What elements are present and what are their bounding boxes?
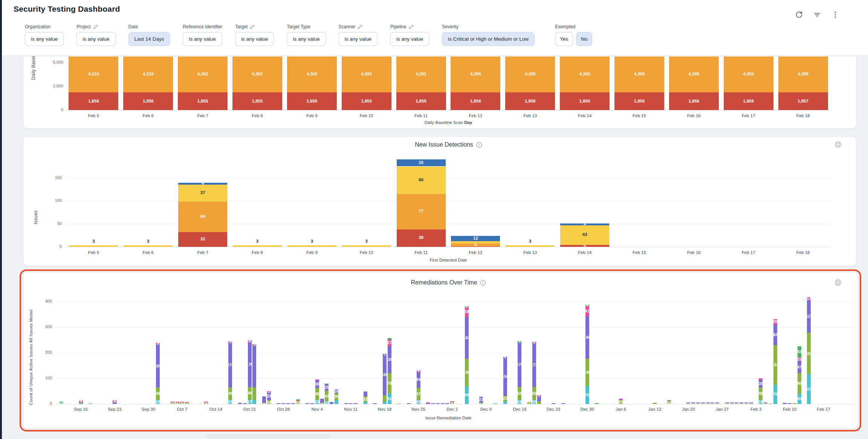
bar-segment-olive[interactable] — [320, 403, 324, 404]
bar-segment-purple[interactable] — [773, 324, 777, 346]
bar-segment-purple[interactable] — [730, 402, 734, 403]
bar-segment-purple[interactable] — [277, 403, 280, 404]
filter-value-pill[interactable]: is any value — [235, 32, 274, 46]
bar-segment-orange[interactable] — [669, 57, 719, 92]
bar-segment-purple[interactable] — [320, 399, 324, 402]
bar-segment-olive[interactable] — [185, 403, 189, 404]
bar-segment-low[interactable] — [178, 183, 227, 185]
bar-segment-critical[interactable] — [397, 229, 446, 247]
bar-segment-red[interactable] — [178, 92, 228, 110]
bar-segment-olive[interactable] — [450, 402, 454, 404]
bar-segment-olive[interactable] — [585, 359, 589, 386]
bar-segment-red[interactable] — [69, 92, 118, 110]
bar-segment-high[interactable] — [397, 194, 446, 229]
bar-segment-pink[interactable] — [759, 378, 763, 380]
filter-icon[interactable] — [812, 10, 822, 20]
bar-segment-pink[interactable] — [798, 357, 801, 361]
bar-segment-green[interactable] — [494, 404, 497, 404]
bar-segment-pink[interactable] — [180, 402, 184, 402]
filter-value-pill[interactable]: is any value — [339, 32, 377, 46]
bar-segment-olive[interactable] — [296, 401, 300, 404]
bar-segment-olive[interactable] — [503, 396, 507, 401]
bar-segment-purple[interactable] — [248, 342, 252, 387]
bar-segment-orange[interactable] — [778, 57, 828, 92]
bar-segment-olive[interactable] — [744, 404, 748, 404]
bar-segment-teal[interactable] — [585, 386, 589, 404]
info-icon[interactable]: i — [480, 280, 486, 286]
bar-segment-pink[interactable] — [807, 297, 811, 300]
info-icon[interactable]: i — [476, 142, 482, 148]
bar-segment-olive[interactable] — [267, 400, 271, 404]
bar-segment-olive[interactable] — [527, 402, 531, 404]
bar-segment-pink[interactable] — [383, 354, 387, 355]
bar-segment-teal[interactable] — [388, 393, 391, 404]
bar-segment-purple[interactable] — [518, 342, 521, 387]
bar-segment-teal[interactable] — [518, 400, 521, 404]
bar-segment-green[interactable] — [518, 341, 521, 342]
bar-segment-purple[interactable] — [243, 403, 247, 404]
bar-segment-purple[interactable] — [706, 402, 710, 403]
bar-segment-teal[interactable] — [417, 400, 420, 404]
bar-segment-medium[interactable] — [233, 245, 282, 247]
bar-segment-orange[interactable] — [287, 57, 337, 92]
bar-segment-low[interactable] — [560, 223, 609, 225]
bar-segment-pink[interactable] — [248, 340, 252, 342]
bar-segment-purple[interactable] — [364, 392, 367, 396]
bar-segment-purple[interactable] — [417, 372, 420, 388]
bar-segment-olive[interactable] — [807, 333, 811, 374]
bar-segment-red[interactable] — [451, 92, 500, 110]
bar-segment-red[interactable] — [614, 92, 664, 110]
exempted-option-yes[interactable]: Yes — [555, 32, 573, 46]
bar-segment-purple[interactable] — [696, 402, 700, 403]
bar-segment-green[interactable] — [79, 403, 83, 404]
bar-segment-pink[interactable] — [532, 342, 536, 343]
bar-segment-purple[interactable] — [798, 361, 801, 373]
bar-segment-red[interactable] — [287, 92, 337, 110]
bar-segment-pink[interactable] — [426, 402, 430, 403]
bar-segment-olive[interactable] — [696, 404, 700, 404]
bar-segment-teal[interactable] — [773, 385, 777, 404]
bar-segment-orange[interactable] — [123, 57, 173, 92]
bar-segment-purple[interactable] — [335, 389, 338, 393]
bar-segment-olive[interactable] — [764, 404, 767, 404]
bar-segment-olive[interactable] — [667, 401, 671, 404]
bar-segment-teal[interactable] — [383, 402, 387, 404]
bar-segment-orange[interactable] — [505, 57, 555, 92]
bar-segment-green[interactable] — [89, 404, 92, 404]
bar-segment-olive[interactable] — [730, 404, 734, 404]
bar-segment-green[interactable] — [296, 399, 300, 400]
bar-segment-purple[interactable] — [740, 402, 743, 403]
bar-segment-purple[interactable] — [619, 399, 623, 400]
bar-segment-pink[interactable] — [156, 343, 160, 344]
filter-value-pill[interactable]: is Critical or High or Medium or Low — [442, 32, 535, 46]
bar-segment-olive[interactable] — [686, 404, 690, 404]
bar-segment-low[interactable] — [397, 159, 446, 166]
bar-segment-medium[interactable] — [178, 185, 227, 202]
bar-segment-purple[interactable] — [228, 343, 232, 387]
bar-segment-purple[interactable] — [788, 403, 792, 404]
bar-segment-pink[interactable] — [773, 319, 777, 324]
bar-segment-olive[interactable] — [759, 387, 763, 400]
bar-segment-purple[interactable] — [407, 403, 411, 404]
bar-segment-pink[interactable] — [450, 401, 454, 402]
filter-value-pill[interactable]: is any value — [390, 32, 429, 46]
bar-segment-red[interactable] — [560, 92, 610, 110]
bar-segment-purple[interactable] — [383, 354, 387, 395]
bar-segment-olive[interactable] — [248, 387, 252, 399]
bar-segment-olive[interactable] — [417, 388, 420, 400]
bar-segment-purple[interactable] — [373, 403, 377, 404]
bar-segment-purple[interactable] — [262, 396, 266, 403]
bar-segment-pink[interactable] — [185, 402, 189, 403]
bar-segment-purple[interactable] — [349, 403, 353, 404]
bar-segment-teal[interactable] — [252, 400, 256, 404]
bar-segment-green[interactable] — [465, 306, 469, 307]
bar-segment-red[interactable] — [396, 92, 446, 110]
bar-segment-purple[interactable] — [330, 402, 333, 404]
bar-segment-green[interactable] — [585, 305, 589, 306]
bar-segment-olive[interactable] — [176, 402, 179, 404]
globe-icon[interactable] — [834, 278, 842, 288]
bar-segment-teal[interactable] — [798, 394, 801, 404]
bar-segment-olive[interactable] — [537, 401, 541, 404]
bar-segment-olive[interactable] — [325, 391, 329, 401]
globe-icon[interactable] — [834, 141, 842, 150]
